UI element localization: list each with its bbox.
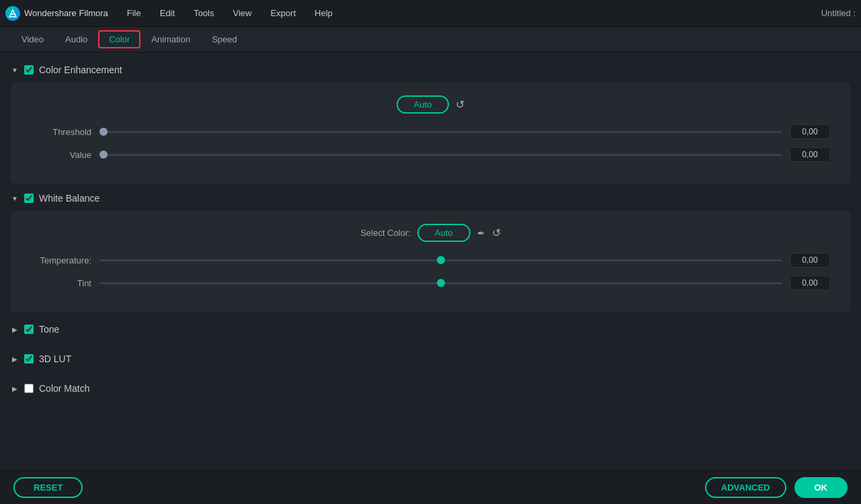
- app-logo: Wondershare Filmora: [5, 6, 108, 21]
- color-auto-button[interactable]: Auto: [397, 95, 450, 114]
- tab-speed[interactable]: Speed: [201, 30, 248, 48]
- select-color-row: Select Color: Auto ✒ ↺: [31, 224, 830, 242]
- lut-section: 3D LUT: [0, 347, 861, 371]
- color-enhancement-checkbox[interactable]: [24, 65, 34, 75]
- bottom-bar: RESET ADVANCED OK: [0, 470, 861, 504]
- menu-edit[interactable]: Edit: [152, 5, 183, 21]
- value-slider[interactable]: [99, 153, 782, 156]
- menu-file[interactable]: File: [119, 5, 149, 21]
- threshold-label: Threshold: [31, 127, 91, 137]
- tab-animation[interactable]: Animation: [140, 30, 201, 48]
- tab-audio[interactable]: Audio: [54, 30, 98, 48]
- menu-tools[interactable]: Tools: [186, 5, 222, 21]
- white-balance-title: White Balance: [39, 193, 99, 204]
- reset-button[interactable]: RESET: [13, 477, 83, 498]
- white-balance-body: Select Color: Auto ✒ ↺ Temperature: 0,00…: [11, 210, 850, 312]
- svg-marker-0: [9, 10, 16, 17]
- project-title: Untitled :: [821, 8, 856, 18]
- tint-slider[interactable]: [99, 282, 782, 284]
- color-enhancement-title: Color Enhancement: [39, 65, 122, 75]
- eyedropper-icon[interactable]: ✒: [477, 228, 485, 239]
- menu-export[interactable]: Export: [262, 5, 304, 21]
- white-balance-section: White Balance Select Color: Auto ✒ ↺ Tem…: [0, 189, 861, 312]
- lut-title: 3D LUT: [39, 353, 71, 364]
- menu-view[interactable]: View: [224, 5, 259, 21]
- tone-title: Tone: [39, 324, 59, 335]
- threshold-row: Threshold 0,00: [31, 124, 830, 139]
- ok-button[interactable]: OK: [794, 477, 848, 498]
- lut-checkbox[interactable]: [24, 354, 34, 364]
- color-enhancement-header[interactable]: Color Enhancement: [0, 60, 861, 79]
- tone-section: Tone: [0, 317, 861, 341]
- value-label: Value: [31, 150, 91, 160]
- temperature-value[interactable]: 0,00: [790, 253, 830, 267]
- color-match-section: Color Match: [0, 376, 861, 401]
- threshold-slider[interactable]: [99, 130, 782, 133]
- tone-checkbox[interactable]: [24, 325, 34, 334]
- white-balance-reset-icon[interactable]: ↺: [492, 226, 501, 239]
- color-match-title: Color Match: [39, 383, 89, 394]
- color-auto-row: Auto ↺: [31, 95, 830, 114]
- color-reset-icon[interactable]: ↺: [456, 98, 464, 111]
- temperature-label: Temperature:: [31, 255, 91, 265]
- value-row: Value 0,00: [31, 147, 830, 162]
- bottom-right: ADVANCED OK: [705, 477, 848, 498]
- color-match-checkbox[interactable]: [24, 384, 34, 393]
- tab-color[interactable]: Color: [98, 30, 140, 48]
- white-balance-header[interactable]: White Balance: [0, 189, 861, 208]
- white-balance-checkbox[interactable]: [24, 194, 34, 203]
- lut-chevron[interactable]: [11, 355, 19, 363]
- menu-items: File Edit Tools View Export Help: [119, 5, 821, 21]
- color-match-chevron[interactable]: [11, 384, 19, 392]
- color-enhancement-section: Color Enhancement Auto ↺ Threshold 0,00 …: [0, 60, 861, 183]
- tab-video[interactable]: Video: [11, 30, 54, 48]
- color-enhancement-body: Auto ↺ Threshold 0,00 Value 0,00: [11, 82, 850, 183]
- tabs-bar: Video Audio Color Animation Speed: [0, 27, 861, 52]
- white-balance-auto-button[interactable]: Auto: [417, 224, 470, 242]
- temperature-row: Temperature: 0,00: [31, 253, 830, 267]
- tint-value[interactable]: 0,00: [790, 276, 830, 290]
- menu-help[interactable]: Help: [306, 5, 341, 21]
- menu-bar: Wondershare Filmora File Edit Tools View…: [0, 0, 861, 27]
- tone-chevron[interactable]: [11, 325, 19, 333]
- tint-row: Tint 0,00: [31, 276, 830, 290]
- tint-label: Tint: [31, 278, 91, 288]
- color-enhancement-chevron[interactable]: [11, 66, 19, 74]
- white-balance-chevron[interactable]: [11, 194, 19, 202]
- app-name: Wondershare Filmora: [24, 8, 108, 18]
- value-value[interactable]: 0,00: [790, 147, 830, 162]
- temperature-slider[interactable]: [99, 259, 782, 261]
- threshold-value[interactable]: 0,00: [790, 124, 830, 139]
- main-content: Color Enhancement Auto ↺ Threshold 0,00 …: [0, 52, 861, 470]
- select-color-label: Select Color:: [360, 228, 410, 238]
- app-logo-icon: [5, 6, 20, 21]
- advanced-button[interactable]: ADVANCED: [705, 477, 786, 498]
